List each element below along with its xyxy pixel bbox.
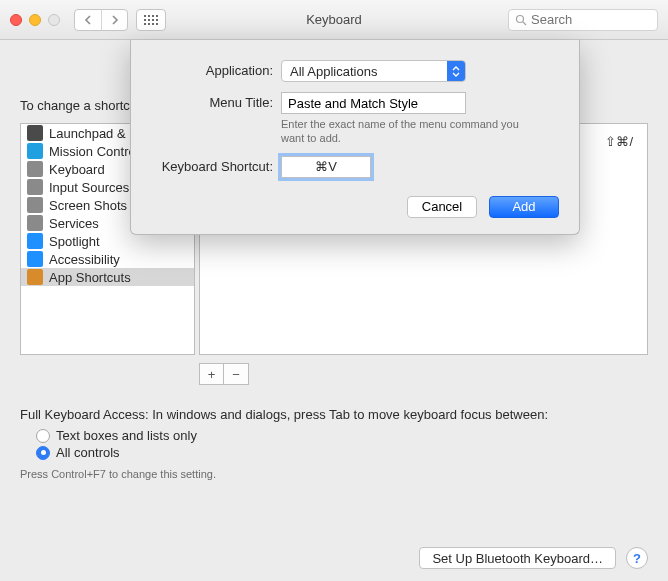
fka-title: Full Keyboard Access: In windows and dia…	[20, 407, 648, 422]
footer: Set Up Bluetooth Keyboard… ?	[0, 535, 668, 581]
grid-icon	[144, 15, 158, 25]
screenshot-icon	[27, 197, 43, 213]
minimize-window-button[interactable]	[29, 14, 41, 26]
menu-title-label: Menu Title:	[151, 92, 281, 110]
fka-option-textboxes[interactable]: Text boxes and lists only	[36, 428, 648, 443]
menu-title-input[interactable]	[281, 92, 466, 114]
search-icon	[515, 14, 527, 26]
services-icon	[27, 215, 43, 231]
mission-control-icon	[27, 143, 43, 159]
close-window-button[interactable]	[10, 14, 22, 26]
fka-hint: Press Control+F7 to change this setting.	[20, 468, 648, 480]
help-button[interactable]: ?	[626, 547, 648, 569]
sidebar-item-label: Services	[49, 216, 99, 231]
title-bar: Keyboard	[0, 0, 668, 40]
nav-back-forward	[74, 9, 128, 31]
app-shortcuts-icon	[27, 269, 43, 285]
zoom-window-button	[48, 14, 60, 26]
full-keyboard-access-section: Full Keyboard Access: In windows and dia…	[20, 407, 648, 480]
add-shortcut-button[interactable]: +	[199, 363, 224, 385]
input-sources-icon	[27, 179, 43, 195]
add-remove-controls: + −	[199, 363, 648, 385]
add-shortcut-sheet: Application: All Applications Menu Title…	[130, 40, 580, 235]
menu-title-hint: Enter the exact name of the menu command…	[281, 117, 531, 146]
application-label: Application:	[151, 60, 281, 78]
application-popup[interactable]: All Applications	[281, 60, 466, 82]
cancel-button[interactable]: Cancel	[407, 196, 477, 218]
sidebar-item-label: Mission Control	[49, 144, 139, 159]
sidebar-item[interactable]: Accessibility	[21, 250, 194, 268]
bluetooth-keyboard-button[interactable]: Set Up Bluetooth Keyboard…	[419, 547, 616, 569]
shortcut-input[interactable]: ⌘V	[281, 156, 371, 178]
sidebar-item[interactable]: App Shortcuts	[21, 268, 194, 286]
fka-option-allcontrols[interactable]: All controls	[36, 445, 648, 460]
svg-point-0	[517, 15, 524, 22]
spotlight-icon	[27, 233, 43, 249]
remove-shortcut-button[interactable]: −	[224, 363, 249, 385]
sidebar-item-label: Accessibility	[49, 252, 120, 267]
sidebar-item-label: Screen Shots	[49, 198, 127, 213]
launchpad-icon	[27, 125, 43, 141]
search-field[interactable]	[508, 9, 658, 31]
show-all-button[interactable]	[136, 9, 166, 31]
back-button[interactable]	[75, 10, 101, 30]
accessibility-icon	[27, 251, 43, 267]
search-input[interactable]	[531, 12, 651, 27]
sidebar-item-label: Spotlight	[49, 234, 100, 249]
keyboard-icon	[27, 161, 43, 177]
add-button[interactable]: Add	[489, 196, 559, 218]
window-controls	[10, 14, 60, 26]
radio-icon	[36, 429, 50, 443]
sidebar-item[interactable]: Spotlight	[21, 232, 194, 250]
shortcut-label: Keyboard Shortcut:	[151, 156, 281, 174]
fka-option-label: Text boxes and lists only	[56, 428, 197, 443]
application-value: All Applications	[282, 64, 447, 79]
sidebar-item-label: Keyboard	[49, 162, 105, 177]
radio-icon	[36, 446, 50, 460]
sidebar-item-label: Input Sources	[49, 180, 129, 195]
fka-option-label: All controls	[56, 445, 120, 460]
forward-button[interactable]	[101, 10, 127, 30]
sidebar-item-label: App Shortcuts	[49, 270, 131, 285]
svg-line-1	[523, 22, 526, 25]
popup-arrows-icon	[447, 61, 465, 81]
